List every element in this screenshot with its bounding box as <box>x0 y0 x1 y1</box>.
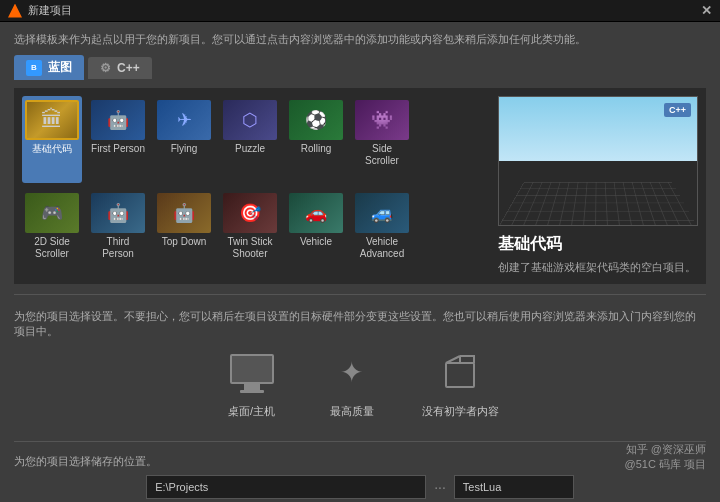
template-label-rolling: Rolling <box>301 143 332 155</box>
template-thumb-twin-stick: 🎯 <box>223 193 277 233</box>
tab-blueprint-label: 蓝图 <box>48 59 72 76</box>
template-side-scroller[interactable]: 👾 Side Scroller <box>352 96 412 183</box>
template-thumb-basic-code: 🏛 <box>25 100 79 140</box>
divider-2 <box>14 441 706 442</box>
preview-image: C++ <box>498 96 698 226</box>
tab-cpp[interactable]: ⚙ C++ <box>88 57 152 79</box>
location-label: 为您的项目选择储存的位置。 <box>14 454 706 469</box>
template-thumb-third-person: 🤖 <box>91 193 145 233</box>
template-label-basic-code: 基础代码 <box>32 143 72 155</box>
template-third-person[interactable]: 🤖 Third Person <box>88 189 148 276</box>
cpp-icon: ⚙ <box>100 61 111 75</box>
main-window: 选择模板来作为起点以用于您的新项目。您可以通过点击内容浏览器中的添加功能或内容包… <box>0 22 720 502</box>
monitor-base <box>240 390 264 393</box>
settings-description: 为您的项目选择设置。不要担心，您可以稍后在项目设置的目标硬件部分变更这些设置。您… <box>14 309 706 340</box>
template-thumb-flying: ✈ <box>157 100 211 140</box>
no-starter-label: 没有初学者内容 <box>422 404 499 419</box>
tabs-row: B 蓝图 ⚙ C++ <box>14 55 706 80</box>
template-vehicle[interactable]: 🚗 Vehicle <box>286 189 346 276</box>
template-label-top-down: Top Down <box>162 236 206 248</box>
template-2d-side[interactable]: 🎮 2D Side Scroller <box>22 189 82 276</box>
template-label-puzzle: Puzzle <box>235 143 265 155</box>
watermark-line1: 知乎 @资深巫师 <box>625 442 706 457</box>
content-area: 🏛 基础代码 🤖 First Person ✈ Flying ⬡ <box>14 88 706 284</box>
template-thumb-side-scroller: 👾 <box>355 100 409 140</box>
no-starter-icon-box <box>430 348 490 398</box>
template-thumb-top-down: 🤖 <box>157 193 211 233</box>
template-thumb-puzzle: ⬡ <box>223 100 277 140</box>
template-thumb-first-person: 🤖 <box>91 100 145 140</box>
template-label-vehicle: Vehicle <box>300 236 332 248</box>
template-label-2d-side: 2D Side Scroller <box>24 236 80 260</box>
settings-section: 为您的项目选择设置。不要担心，您可以稍后在项目设置的目标硬件部分变更这些设置。您… <box>14 305 706 431</box>
desktop-monitor-icon <box>227 354 277 392</box>
tab-blueprint[interactable]: B 蓝图 <box>14 55 84 80</box>
templates-grid: 🏛 基础代码 🤖 First Person ✈ Flying ⬡ <box>22 96 490 276</box>
template-first-person[interactable]: 🤖 First Person <box>88 96 148 183</box>
tab-cpp-label: C++ <box>117 61 140 75</box>
settings-quality-item[interactable]: ✦ 最高质量 <box>322 348 382 419</box>
template-thumb-rolling: ⚽ <box>289 100 343 140</box>
template-label-flying: Flying <box>171 143 198 155</box>
quality-label: 最高质量 <box>330 404 374 419</box>
template-label-first-person: First Person <box>91 143 145 155</box>
template-twin-stick[interactable]: 🎯 Twin Stick Shooter <box>220 189 280 276</box>
svg-line-1 <box>446 356 460 363</box>
settings-icons-row: 桌面/主机 ✦ 最高质量 没有初学者内容 <box>14 348 706 419</box>
preview-cpp-badge: C++ <box>664 103 691 117</box>
template-top-down[interactable]: 🤖 Top Down <box>154 189 214 276</box>
preview-area: C++ 基础代码 创建了基础游戏框架代码类的空白项目。 <box>498 96 698 276</box>
name-input[interactable] <box>454 475 574 499</box>
folder-input[interactable] <box>146 475 426 499</box>
template-label-twin-stick: Twin Stick Shooter <box>222 236 278 260</box>
settings-desktop-item[interactable]: 桌面/主机 <box>222 348 282 419</box>
watermark: 知乎 @资深巫师 @51C 码库 项目 <box>625 442 706 472</box>
location-section: 为您的项目选择储存的位置。 ··· 文件夹 Name <box>14 452 706 502</box>
template-thumb-2d-side: 🎮 <box>25 193 79 233</box>
monitor-stand <box>244 384 260 390</box>
window-title: 新建项目 <box>28 3 72 18</box>
titlebar: 新建项目 ✕ <box>0 0 720 22</box>
svg-rect-0 <box>446 363 474 387</box>
template-basic-code[interactable]: 🏛 基础代码 <box>22 96 82 183</box>
settings-no-starter-item[interactable]: 没有初学者内容 <box>422 348 499 419</box>
monitor-screen <box>230 354 274 384</box>
quality-icon: ✦ <box>340 356 363 389</box>
main-description: 选择模板来作为起点以用于您的新项目。您可以通过点击内容浏览器中的添加功能或内容包… <box>14 32 706 47</box>
cube-outline-icon <box>440 353 480 393</box>
watermark-line2: @51C 码库 项目 <box>625 457 706 472</box>
template-label-third-person: Third Person <box>90 236 146 260</box>
preview-description: 创建了基础游戏框架代码类的空白项目。 <box>498 259 698 276</box>
template-rolling[interactable]: ⚽ Rolling <box>286 96 346 183</box>
close-button[interactable]: ✕ <box>701 3 712 18</box>
template-flying[interactable]: ✈ Flying <box>154 96 214 183</box>
divider-1 <box>14 294 706 295</box>
preview-grid <box>499 182 697 225</box>
blueprint-tab-icon: B <box>26 60 42 76</box>
quality-icon-box: ✦ <box>322 348 382 398</box>
template-label-vehicle-adv: Vehicle Advanced <box>354 236 410 260</box>
template-thumb-vehicle: 🚗 <box>289 193 343 233</box>
template-puzzle[interactable]: ⬡ Puzzle <box>220 96 280 183</box>
titlebar-left: 新建项目 <box>8 3 72 18</box>
template-label-side-scroller: Side Scroller <box>354 143 410 167</box>
ue-logo-icon <box>8 4 22 18</box>
template-vehicle-adv[interactable]: 🚙 Vehicle Advanced <box>352 189 412 276</box>
browse-button[interactable]: ··· <box>434 479 446 495</box>
desktop-icon-box <box>222 348 282 398</box>
desktop-label: 桌面/主机 <box>228 404 275 419</box>
template-thumb-vehicle-adv: 🚙 <box>355 193 409 233</box>
location-row: ··· <box>14 475 706 499</box>
preview-title: 基础代码 <box>498 234 698 255</box>
